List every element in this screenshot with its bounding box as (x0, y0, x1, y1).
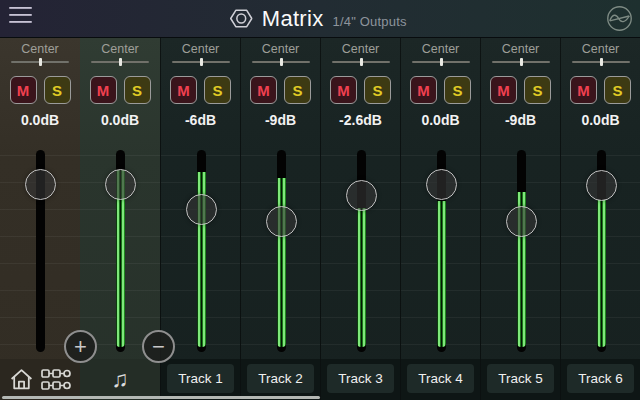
track-name-label[interactable]: Track 1 (167, 364, 234, 393)
strip-footer: Track 6 (561, 359, 640, 400)
pan-center-tick (200, 58, 203, 67)
remove-track-button[interactable]: − (142, 330, 175, 363)
strip-footer: Track 2 (241, 359, 320, 400)
footer-icons (9, 367, 72, 393)
pan-center-tick (119, 58, 122, 67)
routing-matrix-icon[interactable] (40, 367, 72, 393)
level-meter (597, 200, 606, 347)
fader-zone (0, 137, 80, 359)
pan-slider[interactable] (572, 61, 630, 63)
mixer-app: Matrix 1/4" Outputs Center M S 0.0dB (0, 0, 640, 400)
mute-solo-row: M S (401, 76, 480, 104)
level-value: -6dB (161, 112, 240, 128)
mute-button[interactable]: M (90, 76, 117, 104)
level-value: 0.0dB (0, 112, 80, 128)
level-meter (437, 201, 446, 347)
channel-strip-track-4: Center M S 0.0dB Track 4 (400, 37, 480, 400)
menu-hamburger-icon[interactable] (9, 7, 32, 23)
level-value: -2.6dB (321, 112, 400, 128)
pan-slider[interactable] (172, 61, 230, 63)
fader-knob[interactable] (426, 169, 457, 200)
track-name-label[interactable]: Track 2 (247, 364, 314, 393)
mute-button[interactable]: M (410, 76, 437, 104)
fader-zone (561, 137, 640, 359)
pan-label: Center (321, 42, 400, 56)
pan-label: Center (401, 42, 480, 56)
level-value: 0.0dB (561, 112, 640, 128)
channel-strip-track-2: Center M S -9dB Track 2 (240, 37, 320, 400)
pan-label: Center (161, 42, 240, 56)
fader-knob[interactable] (105, 169, 136, 200)
mute-button[interactable]: M (490, 76, 517, 104)
level-value: 0.0dB (401, 112, 480, 128)
mute-button[interactable]: M (10, 76, 37, 104)
level-meter (357, 208, 366, 347)
fader-zone (80, 137, 160, 359)
pan-slider[interactable] (252, 61, 310, 63)
track-name-label[interactable]: Track 5 (487, 364, 554, 393)
pan-center-tick (360, 58, 363, 67)
fader-zone (161, 137, 240, 359)
mute-button[interactable]: M (170, 76, 197, 104)
solo-button[interactable]: S (124, 76, 151, 104)
fader-knob[interactable] (586, 170, 617, 201)
solo-button[interactable]: S (284, 76, 311, 104)
strip-footer: ♫ (80, 359, 160, 400)
fader-knob[interactable] (346, 180, 377, 211)
pan-center-tick (280, 58, 283, 67)
title-group: Matrix 1/4" Outputs (230, 0, 407, 37)
fader-zone (241, 137, 320, 359)
level-value: -9dB (241, 112, 320, 128)
add-track-button[interactable]: + (64, 330, 97, 363)
mute-button[interactable]: M (250, 76, 277, 104)
fader-knob[interactable] (25, 169, 56, 200)
pan-label: Center (561, 42, 640, 56)
mute-button[interactable]: M (570, 76, 597, 104)
pan-center-tick (520, 58, 523, 67)
mute-solo-row: M S (321, 76, 400, 104)
track-name-label[interactable]: Track 4 (407, 364, 474, 393)
solo-button[interactable]: S (364, 76, 391, 104)
strip-footer (0, 359, 80, 400)
pan-label: Center (241, 42, 320, 56)
home-icon[interactable] (9, 367, 34, 392)
solo-button[interactable]: S (444, 76, 471, 104)
solo-button[interactable]: S (204, 76, 231, 104)
pan-slider[interactable] (412, 61, 470, 63)
page-subtitle: 1/4" Outputs (332, 9, 406, 29)
music-note-icon[interactable]: ♫ (111, 368, 128, 391)
page-title: Matrix (262, 6, 324, 32)
pan-slider[interactable] (492, 61, 550, 63)
mute-solo-row: M S (561, 76, 640, 104)
strip-footer: Track 1 (161, 359, 240, 400)
header-bar: Matrix 1/4" Outputs (0, 0, 640, 38)
pan-label: Center (481, 42, 560, 56)
solo-button[interactable]: S (604, 76, 631, 104)
fader-knob[interactable] (266, 206, 297, 237)
level-value: 0.0dB (80, 112, 160, 128)
pan-slider[interactable] (91, 61, 149, 63)
pan-slider[interactable] (332, 61, 390, 63)
solo-button[interactable]: S (524, 76, 551, 104)
track-name-label[interactable]: Track 3 (327, 364, 394, 393)
track-name-label[interactable]: Track 6 (567, 364, 634, 393)
fader-knob[interactable] (506, 206, 537, 237)
level-meter (277, 178, 286, 347)
pan-slider[interactable] (11, 61, 69, 63)
fader-zone (401, 137, 480, 359)
pan-label: Center (80, 42, 160, 56)
channel-strip-track-6: Center M S 0.0dB Track 6 (560, 37, 640, 400)
fader-zone (481, 137, 560, 359)
mute-button[interactable]: M (330, 76, 357, 104)
mute-solo-row: M S (0, 76, 80, 104)
strip-footer: Track 3 (321, 359, 400, 400)
strip-footer: Track 5 (481, 359, 560, 400)
horizontal-scrollbar[interactable] (2, 396, 320, 399)
hex-nut-icon (230, 7, 253, 30)
fader-knob[interactable] (186, 194, 217, 225)
sine-wave-circle-logo (606, 5, 633, 32)
level-value: -9dB (481, 112, 560, 128)
pan-center-tick (600, 58, 603, 67)
solo-button[interactable]: S (44, 76, 71, 104)
strip-footer: Track 4 (401, 359, 480, 400)
